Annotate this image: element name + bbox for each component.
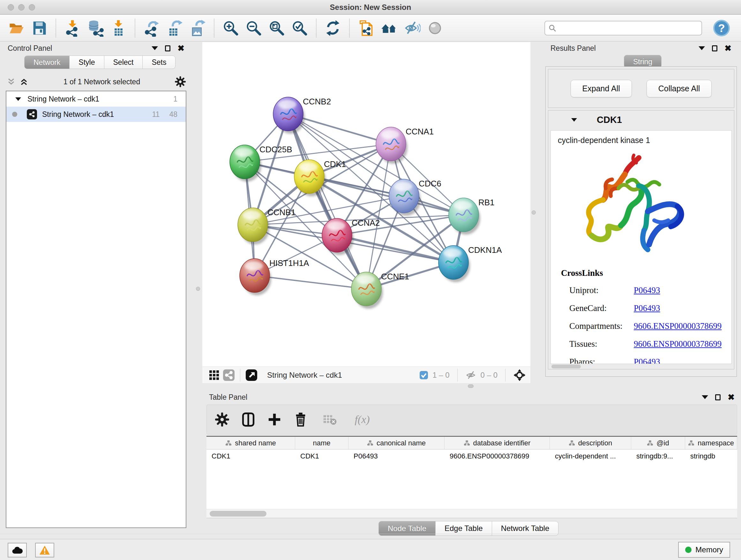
float-panel-icon[interactable] <box>715 394 721 400</box>
collapse-collection-icon[interactable] <box>15 98 21 101</box>
warnings-button[interactable] <box>35 543 54 557</box>
window-controls[interactable] <box>8 4 35 10</box>
collapse-all-networks-icon[interactable] <box>19 77 29 86</box>
export-image-icon <box>189 19 206 37</box>
cell-shared-name[interactable]: CDK1 <box>206 449 295 463</box>
hide-glass-panel-button[interactable] <box>401 17 422 39</box>
network-options-gear-icon[interactable] <box>175 76 186 87</box>
column-header-database-identifier[interactable]: database identifier <box>445 437 550 449</box>
crosslink-link[interactable]: 9606.ENSP00000378699 <box>634 321 722 331</box>
panel-menu-icon[interactable] <box>151 46 158 50</box>
collapse-all-button[interactable]: Collapse All <box>647 80 712 98</box>
toolbar-separator <box>457 369 458 381</box>
collapse-gene-icon[interactable] <box>571 118 577 122</box>
node-label-hist1h1a: HIST1H1A <box>269 258 309 268</box>
cloud-status-button[interactable] <box>8 543 27 557</box>
center-view-crosshair-icon[interactable] <box>513 369 526 381</box>
network-canvas[interactable]: CCNB2CCNA1CDC25BCDK1CDC6RB1CCNB1CCNA2CDK… <box>202 42 530 367</box>
window-minimize-button[interactable] <box>18 4 24 10</box>
gene-header[interactable]: CDK1 <box>548 111 734 129</box>
tab-select[interactable]: Select <box>104 56 143 69</box>
crosslink-link[interactable]: P06493 <box>634 286 660 295</box>
cell--id[interactable]: stringdb:9... <box>631 449 685 463</box>
column-header-canonical-name[interactable]: canonical name <box>348 437 445 449</box>
crosslink-link[interactable]: P06493 <box>634 303 660 313</box>
network-node-ccnb2[interactable]: CCNB2 <box>273 97 331 134</box>
search-box[interactable] <box>544 21 702 36</box>
left-splitter-handle[interactable] <box>196 287 200 291</box>
zoom-in-button[interactable] <box>220 17 241 39</box>
tab-sets[interactable]: Sets <box>142 56 176 69</box>
network-row-selected[interactable]: String Network – cdk1 11 48 <box>6 107 186 122</box>
string-view-button[interactable] <box>221 369 236 381</box>
right-splitter-handle[interactable] <box>532 210 536 214</box>
column-header-namespace[interactable]: namespace <box>685 437 737 449</box>
export-network-button[interactable] <box>141 17 162 39</box>
selected-checkbox-icon[interactable] <box>419 370 428 380</box>
string-home-button[interactable] <box>379 17 400 39</box>
close-panel-icon[interactable]: ✖ <box>178 44 185 52</box>
cell-name[interactable]: CDK1 <box>295 449 348 463</box>
gene-details-box: CDK1 cyclin-dependent kinase 1 <box>548 110 734 369</box>
network-node-cdk1[interactable]: CDK1 <box>294 159 346 196</box>
import-network-button[interactable] <box>62 17 83 39</box>
table-options-button[interactable] <box>214 411 230 428</box>
apply-layout-button[interactable] <box>322 17 343 39</box>
float-panel-icon[interactable] <box>712 45 718 51</box>
float-panel-icon[interactable] <box>165 45 171 51</box>
import-table-button[interactable] <box>108 17 129 39</box>
column-header--id[interactable]: @id <box>631 437 685 449</box>
tab-style[interactable]: Style <box>69 56 104 69</box>
crosslink-link[interactable]: P06493 <box>634 357 660 364</box>
cell-database-identifier[interactable]: 9606.ENSP00000378699 <box>445 449 550 463</box>
column-header-description[interactable]: description <box>550 437 631 449</box>
panel-menu-icon[interactable] <box>698 46 705 50</box>
cell-canonical-name[interactable]: P06493 <box>348 449 445 463</box>
close-panel-icon[interactable]: ✖ <box>728 393 735 401</box>
search-input[interactable] <box>559 24 698 32</box>
table-splitter-handle[interactable] <box>468 384 474 388</box>
panel-menu-icon[interactable] <box>702 395 708 399</box>
presentation-mode-button[interactable] <box>424 17 446 39</box>
expand-all-networks-icon[interactable] <box>6 77 16 86</box>
zoom-fit-button[interactable] <box>266 17 287 39</box>
toolbar-separator <box>240 369 240 381</box>
network-node-cdkn1a[interactable]: CDKN1A <box>439 245 502 282</box>
network-node-ccna2[interactable]: CCNA2 <box>322 218 380 255</box>
grid-view-button[interactable] <box>207 369 221 381</box>
network-node-cdc25b[interactable]: CDC25B <box>230 145 292 182</box>
window-close-button[interactable] <box>8 4 14 10</box>
birdseye-view-button[interactable] <box>244 369 259 381</box>
show-column-button[interactable] <box>240 411 257 428</box>
cell-namespace[interactable]: stringdb <box>685 449 737 463</box>
network-node-hist1h1a[interactable]: HIST1H1A <box>240 258 309 295</box>
crosslink-link[interactable]: 9606.ENSP00000378699 <box>634 339 722 349</box>
column-header-name[interactable]: name <box>295 437 348 449</box>
network-node-ccna1[interactable]: CCNA1 <box>376 127 434 164</box>
help-button[interactable]: ? <box>711 17 732 39</box>
import-network-from-database-button[interactable] <box>85 17 106 39</box>
save-icon <box>30 19 48 37</box>
open-session-button[interactable] <box>6 17 27 39</box>
tab-network[interactable]: Network <box>24 56 70 69</box>
expand-all-button[interactable]: Expand All <box>570 80 632 98</box>
zoom-selected-button[interactable] <box>289 17 310 39</box>
table-hscrollbar-thumb[interactable] <box>210 511 266 516</box>
memory-button[interactable]: Memory <box>678 542 730 558</box>
save-session-button[interactable] <box>29 17 50 39</box>
window-maximize-button[interactable] <box>29 4 35 10</box>
network-node-rb1[interactable]: RB1 <box>449 198 495 235</box>
cell-description[interactable]: cyclin-dependent ... <box>550 449 631 463</box>
close-panel-icon[interactable]: ✖ <box>724 44 731 52</box>
string-import-button[interactable] <box>355 17 377 39</box>
network-collection-row[interactable]: String Network – cdk1 1 <box>6 91 186 107</box>
zoom-out-button[interactable] <box>243 17 264 39</box>
export-image-button[interactable] <box>187 17 208 39</box>
table-hscrollbar[interactable] <box>206 509 737 518</box>
create-column-button[interactable] <box>266 411 283 428</box>
results-hscrollbar-thumb[interactable] <box>551 365 581 368</box>
column-header-shared-name[interactable]: shared name <box>206 437 295 449</box>
table-row[interactable]: CDK1CDK1P064939606.ENSP00000378699cyclin… <box>206 449 737 463</box>
delete-column-button[interactable] <box>292 411 309 428</box>
export-table-button[interactable] <box>164 17 185 39</box>
